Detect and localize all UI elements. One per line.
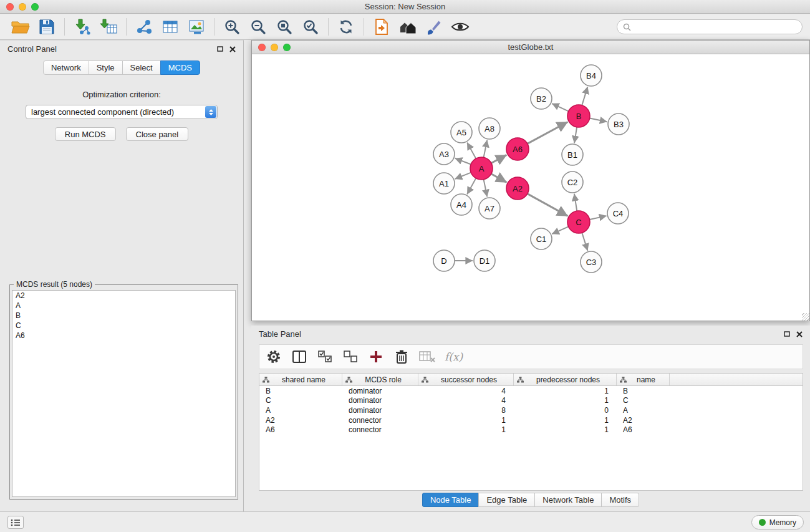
export-image-button[interactable] xyxy=(183,16,210,37)
zoom-in-button[interactable] xyxy=(219,16,245,37)
resize-grip[interactable] xyxy=(802,313,809,321)
node-A7[interactable]: A7 xyxy=(479,198,500,219)
network-graph[interactable]: B4B2BB3A5A8A6A3B1AC2A1A2A4A7C4CC1DD1C3 xyxy=(252,54,809,321)
result-item[interactable]: C xyxy=(12,321,235,331)
node-D1[interactable]: D1 xyxy=(474,250,495,271)
table-row[interactable]: A6connector11A6 xyxy=(259,425,803,435)
node-B2[interactable]: B2 xyxy=(531,88,552,109)
edge-B-B4[interactable] xyxy=(582,87,587,105)
node-B3[interactable]: B3 xyxy=(608,114,629,135)
column-header-predecessor-nodes[interactable]: predecessor nodes xyxy=(514,374,617,385)
edge-B-B3[interactable] xyxy=(590,118,607,122)
edge-A-A6[interactable] xyxy=(491,155,506,163)
node-B[interactable]: B xyxy=(567,105,590,127)
search-input[interactable] xyxy=(634,22,796,32)
export-document-button[interactable] xyxy=(369,16,395,37)
node-A5[interactable]: A5 xyxy=(451,122,472,143)
optimization-criterion-select[interactable]: largest connected component (directed) xyxy=(26,105,218,119)
network-zoom-button[interactable] xyxy=(283,44,291,51)
new-network-button[interactable] xyxy=(131,16,157,37)
node-A4[interactable]: A4 xyxy=(451,194,472,215)
close-panel-button-secondary[interactable]: Close panel xyxy=(126,127,189,141)
table-row[interactable]: Bdominator41B xyxy=(259,386,803,396)
node-A1[interactable]: A1 xyxy=(433,173,455,194)
function-builder-button[interactable]: f(x) xyxy=(445,348,463,365)
edge-C-C2[interactable] xyxy=(574,194,577,211)
zoom-fit-button[interactable] xyxy=(271,16,297,37)
node-C1[interactable]: C1 xyxy=(531,228,552,249)
node-C4[interactable]: C4 xyxy=(607,203,629,224)
node-C[interactable]: C xyxy=(567,211,590,233)
show-columns-button[interactable] xyxy=(291,348,307,365)
result-item[interactable]: A2 xyxy=(12,291,235,301)
import-network-button[interactable] xyxy=(69,16,95,37)
tab-select[interactable]: Select xyxy=(122,60,161,75)
tab-style[interactable]: Style xyxy=(89,60,123,75)
edge-A-A1[interactable] xyxy=(455,173,471,179)
edge-A-A4[interactable] xyxy=(467,178,476,195)
open-session-button[interactable] xyxy=(7,16,34,37)
table-row[interactable]: Adominator80A xyxy=(259,405,803,415)
style-button[interactable] xyxy=(421,16,447,37)
node-A8[interactable]: A8 xyxy=(479,118,500,139)
edge-B-B1[interactable] xyxy=(574,127,577,143)
edge-C-C4[interactable] xyxy=(590,216,607,220)
result-item[interactable]: B xyxy=(12,311,235,321)
tab-network-table[interactable]: Network Table xyxy=(534,493,602,507)
zoom-window-button[interactable] xyxy=(31,3,39,11)
show-hide-button[interactable] xyxy=(447,16,473,37)
edge-A-A5[interactable] xyxy=(467,143,476,159)
memory-button[interactable]: Memory xyxy=(751,515,804,530)
edge-A-A7[interactable] xyxy=(484,180,488,197)
edge-A-A8[interactable] xyxy=(484,140,488,158)
tab-network[interactable]: Network xyxy=(43,60,89,75)
refresh-button[interactable] xyxy=(333,16,359,37)
edge-A2-C[interactable] xyxy=(528,194,568,216)
zoom-selected-button[interactable] xyxy=(297,16,324,37)
edge-C-C3[interactable] xyxy=(582,233,587,251)
mcds-result-list[interactable]: A2ABCA6 xyxy=(12,290,236,497)
tab-motifs[interactable]: Motifs xyxy=(601,493,639,507)
close-window-button[interactable] xyxy=(6,3,14,11)
new-table-button[interactable] xyxy=(157,16,183,37)
search-field[interactable] xyxy=(617,19,803,34)
edge-C-C1[interactable] xyxy=(552,226,568,234)
tab-mcds[interactable]: MCDS xyxy=(160,60,200,75)
network-canvas[interactable]: B4B2BB3A5A8A6A3B1AC2A1A2A4A7C4CC1DD1C3 xyxy=(252,54,809,321)
column-header-successor-nodes[interactable]: successor nodes xyxy=(418,374,514,385)
table-row[interactable]: Cdominator41C xyxy=(259,396,803,406)
run-mcds-button[interactable]: Run MCDS xyxy=(55,127,116,141)
node-B4[interactable]: B4 xyxy=(581,65,602,86)
import-table-button[interactable] xyxy=(95,16,122,37)
edge-A6-B[interactable] xyxy=(528,122,568,144)
float-panel-button[interactable] xyxy=(216,46,223,52)
close-table-panel-button[interactable] xyxy=(796,331,803,337)
tab-node-table[interactable]: Node Table xyxy=(422,493,480,507)
node-B1[interactable]: B1 xyxy=(562,144,583,165)
home-button[interactable] xyxy=(395,16,421,37)
node-C3[interactable]: C3 xyxy=(581,251,602,273)
node-A[interactable]: A xyxy=(470,157,493,180)
node-D[interactable]: D xyxy=(433,250,455,271)
edge-A-A2[interactable] xyxy=(491,174,507,183)
column-header-MCDS-role[interactable]: MCDS role xyxy=(342,374,418,385)
network-close-button[interactable] xyxy=(258,44,266,51)
save-session-button[interactable] xyxy=(34,16,60,37)
deselect-all-button[interactable] xyxy=(342,348,359,365)
close-panel-button[interactable] xyxy=(229,46,236,52)
tab-edge-table[interactable]: Edge Table xyxy=(478,493,535,507)
column-header-shared-name[interactable]: shared name xyxy=(259,374,342,385)
edge-B-B2[interactable] xyxy=(552,104,568,111)
node-C2[interactable]: C2 xyxy=(562,172,583,193)
float-table-panel-button[interactable] xyxy=(783,331,790,337)
network-minimize-button[interactable] xyxy=(271,44,278,51)
node-A3[interactable]: A3 xyxy=(433,143,455,165)
result-item[interactable]: A xyxy=(12,301,235,311)
zoom-out-button[interactable] xyxy=(245,16,271,37)
node-A2[interactable]: A2 xyxy=(506,177,529,200)
column-header-name[interactable]: name xyxy=(617,374,670,385)
node-A6[interactable]: A6 xyxy=(506,138,529,160)
show-panels-button[interactable] xyxy=(7,516,24,529)
delete-row-button[interactable] xyxy=(393,348,410,365)
minimize-window-button[interactable] xyxy=(19,3,26,11)
